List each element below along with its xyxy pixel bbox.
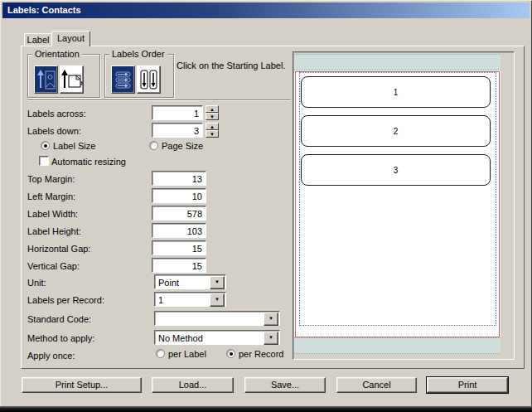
- window-bottom-edge: [0, 406, 532, 412]
- unit-value: Point: [158, 278, 179, 288]
- label-size-radio[interactable]: [41, 141, 50, 150]
- vertical-gap-label: Vertical Gap:: [27, 260, 80, 272]
- labels-across-label: Labels across:: [27, 108, 86, 119]
- page-size-radio[interactable]: [149, 141, 158, 150]
- horizontal-gap-input[interactable]: 15: [152, 240, 206, 255]
- preview-label-1[interactable]: 1: [301, 76, 491, 108]
- labels-across-input[interactable]: 1: [152, 105, 203, 120]
- labels-down-label: Labels down:: [27, 125, 81, 137]
- load-button[interactable]: Load...: [152, 377, 234, 393]
- per-label-radio[interactable]: [156, 349, 165, 358]
- spin-up-icon[interactable]: ▲: [206, 123, 219, 130]
- labels-per-record-label: Labels per Record:: [27, 294, 104, 306]
- preview-label-2-number: 2: [394, 127, 399, 136]
- spin-up-icon[interactable]: ▲: [206, 105, 219, 113]
- order-horizontal-icon: [112, 85, 134, 95]
- page-size-label: Page Size: [162, 140, 203, 152]
- label-preview-panel: 1 2 3: [293, 51, 515, 360]
- tab-layout[interactable]: Layout: [51, 31, 90, 46]
- standard-code-dropdown[interactable]: ▼: [154, 311, 280, 326]
- labels-order-caption: Labels Order: [109, 49, 167, 59]
- save-button[interactable]: Save...: [244, 377, 326, 393]
- method-to-apply-label: Method to apply:: [27, 332, 94, 344]
- horizontal-gap-label: Horizontal Gap:: [27, 243, 90, 254]
- tab-layout-text: Layout: [57, 33, 85, 43]
- labels-per-record-dropdown[interactable]: 1 ▼: [154, 292, 226, 307]
- separator-line: [27, 99, 291, 101]
- spin-down-icon[interactable]: ▼: [206, 113, 219, 120]
- chevron-down-icon[interactable]: ▼: [264, 313, 278, 326]
- title-bar: Labels: Contacts: [2, 2, 530, 18]
- left-margin-label: Left Margin:: [27, 191, 75, 202]
- method-to-apply-dropdown[interactable]: No Method ▼: [154, 330, 280, 345]
- chevron-down-icon[interactable]: ▼: [210, 276, 225, 289]
- per-record-label: per Record: [239, 348, 283, 360]
- label-width-input[interactable]: 578: [152, 206, 206, 221]
- labels-down-stepper[interactable]: ▲ ▼: [206, 123, 219, 138]
- spin-down-icon[interactable]: ▼: [206, 130, 219, 138]
- chevron-down-icon[interactable]: ▼: [264, 332, 278, 345]
- tab-label-text: Label: [27, 35, 50, 45]
- label-height-label: Label Height:: [27, 225, 81, 237]
- order-vertical-icon: [138, 85, 160, 95]
- order-horizontal-button[interactable]: [111, 65, 135, 94]
- top-margin-input[interactable]: 13: [152, 171, 206, 186]
- labels-per-record-value: 1: [158, 295, 163, 305]
- preview-label-3-number: 3: [394, 166, 399, 175]
- labels-down-input[interactable]: 3: [152, 123, 203, 138]
- method-to-apply-value: No Method: [158, 333, 203, 343]
- order-vertical-button[interactable]: [137, 65, 161, 94]
- orientation-landscape-button[interactable]: [60, 65, 84, 94]
- preview-label-1-number: 1: [394, 88, 399, 97]
- orientation-portrait-icon: [35, 85, 57, 95]
- orientation-portrait-button[interactable]: [34, 65, 58, 94]
- per-label-label: per Label: [168, 348, 206, 360]
- label-height-input[interactable]: 103: [152, 223, 206, 238]
- unit-label: Unit:: [27, 277, 46, 288]
- preview-label-3[interactable]: 3: [301, 154, 491, 186]
- labels-across-stepper[interactable]: ▲ ▼: [206, 105, 219, 120]
- preview-label-2[interactable]: 2: [301, 115, 491, 147]
- print-setup-button[interactable]: Print Setup...: [22, 377, 142, 393]
- automatic-resizing-checkbox[interactable]: [39, 156, 49, 166]
- orientation-landscape-icon: [60, 85, 83, 95]
- unit-dropdown[interactable]: Point ▼: [154, 274, 226, 289]
- preview-bottom-margin-strip: [294, 337, 501, 354]
- label-width-label: Label Width:: [27, 208, 78, 220]
- top-margin-label: Top Margin:: [27, 173, 75, 185]
- preview-top-margin-strip: [294, 54, 501, 70]
- left-margin-input[interactable]: 10: [152, 188, 206, 203]
- apply-once-label: Apply once:: [27, 350, 75, 361]
- vertical-gap-input[interactable]: 15: [152, 258, 206, 273]
- labels-dialog: Labels: Contacts Label Layout Orientatio…: [0, 0, 532, 412]
- print-button[interactable]: Print: [427, 377, 508, 393]
- orientation-caption: Orientation: [32, 49, 82, 59]
- window-title: Labels: Contacts: [7, 5, 81, 15]
- label-size-label: Label Size: [53, 140, 95, 152]
- tab-label[interactable]: Label: [24, 33, 52, 46]
- standard-code-label: Standard Code:: [27, 313, 91, 325]
- preview-printable-guide: [299, 72, 496, 326]
- cancel-button[interactable]: Cancel: [336, 377, 417, 393]
- starting-label-hint: Click on the Starting Label.: [177, 60, 285, 71]
- chevron-down-icon[interactable]: ▼: [210, 293, 225, 307]
- automatic-resizing-label: Automatic resizing: [51, 156, 126, 167]
- per-record-radio[interactable]: [226, 349, 235, 358]
